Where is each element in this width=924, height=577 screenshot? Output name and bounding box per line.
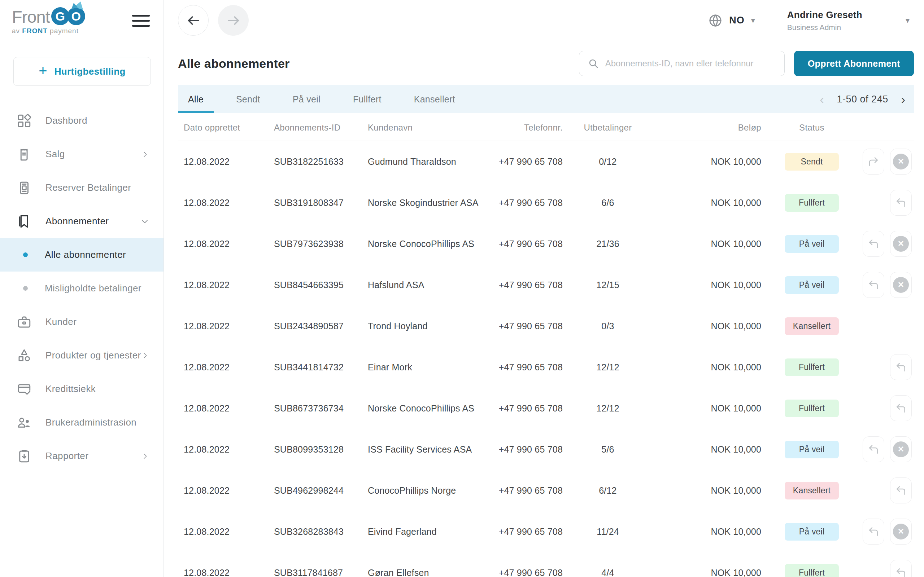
cancel-button[interactable]: ✕ bbox=[890, 436, 912, 462]
table-body: 12.08.2022 SUB3182251633 Gudmund Tharald… bbox=[178, 141, 914, 577]
create-subscription-button[interactable]: Opprett Abonnement bbox=[794, 51, 914, 76]
col-status: Status bbox=[761, 122, 862, 133]
tab-sendt[interactable]: Sendt bbox=[226, 85, 270, 113]
table-row[interactable]: 12.08.2022 SUB2434890587 Trond Hoyland +… bbox=[178, 305, 914, 347]
undo-button[interactable] bbox=[863, 519, 884, 545]
cell-actions: ✕ bbox=[862, 519, 914, 545]
tab-alle[interactable]: Alle bbox=[178, 85, 214, 113]
table-header: Dato opprettet Abonnements-ID Kundenavn … bbox=[178, 113, 914, 141]
undo-icon bbox=[895, 197, 907, 208]
cell-phone: +47 990 65 708 bbox=[498, 321, 563, 331]
search-input[interactable] bbox=[605, 58, 775, 69]
undo-button[interactable] bbox=[863, 436, 884, 462]
table-row[interactable]: 12.08.2022 SUB7973623938 Norske ConocoPh… bbox=[178, 223, 914, 264]
table-row[interactable]: 12.08.2022 SUB3268283843 Eivind Fagerlan… bbox=[178, 511, 914, 552]
cell-amount: NOK 10,000 bbox=[653, 198, 761, 208]
cell-subscription-id: SUB8099353128 bbox=[274, 444, 368, 455]
cell-payouts: 0/12 bbox=[563, 156, 653, 167]
sidebar-item-alle-abonnementer[interactable]: Alle abonnementer bbox=[0, 238, 163, 272]
pagination-prev-icon[interactable]: ‹ bbox=[820, 93, 824, 105]
cell-actions bbox=[862, 190, 914, 216]
tab-fullfert[interactable]: Fullfert bbox=[343, 85, 392, 113]
cell-amount: NOK 10,000 bbox=[653, 280, 761, 290]
resend-icon bbox=[868, 156, 879, 167]
sidebar-item-kunder[interactable]: Kunder bbox=[0, 305, 163, 338]
sidebar-item-dashbord[interactable]: Dashbord bbox=[0, 104, 163, 137]
cell-customer-name: ConocoPhillips Norge bbox=[368, 485, 498, 496]
tab-kansellert[interactable]: Kansellert bbox=[404, 85, 465, 113]
cell-customer-name: Eivind Fagerland bbox=[368, 527, 498, 537]
cell-phone: +47 990 65 708 bbox=[498, 280, 563, 290]
cancel-button[interactable]: ✕ bbox=[890, 231, 912, 257]
cell-status: På veil bbox=[761, 276, 862, 294]
undo-button[interactable] bbox=[890, 190, 912, 216]
pagination-next-icon[interactable]: › bbox=[901, 93, 905, 105]
sidebar-item-rapporter[interactable]: Rapporter bbox=[0, 439, 163, 473]
cell-status: Fullfert bbox=[761, 358, 862, 376]
menu-button[interactable] bbox=[132, 15, 150, 27]
cell-date: 12.08.2022 bbox=[184, 527, 274, 537]
cancel-x-icon: ✕ bbox=[893, 442, 909, 457]
cell-date: 12.08.2022 bbox=[184, 239, 274, 249]
sidebar-item-brukeradministrasion[interactable]: Brukeradministrasion bbox=[0, 406, 163, 439]
back-button[interactable] bbox=[178, 5, 208, 36]
undo-button[interactable] bbox=[890, 395, 912, 421]
status-badge: Fullfert bbox=[785, 564, 839, 577]
table-row[interactable]: 12.08.2022 SUB3182251633 Gudmund Tharald… bbox=[178, 141, 914, 182]
status-badge: På veil bbox=[785, 441, 839, 458]
plus-icon: + bbox=[39, 63, 47, 78]
cell-phone: +47 990 65 708 bbox=[498, 444, 563, 455]
table-row[interactable]: 12.08.2022 SUB3441814732 Einar Mork +47 … bbox=[178, 347, 914, 388]
sidebar-item-misligholdte-betalinger[interactable]: Misligholdte betalinger bbox=[0, 272, 163, 305]
cancel-button[interactable]: ✕ bbox=[890, 519, 912, 545]
user-name: Andrine Greseth bbox=[787, 10, 862, 21]
bookmark-icon bbox=[16, 214, 32, 229]
undo-icon bbox=[868, 526, 879, 537]
table-row[interactable]: 12.08.2022 SUB3117841687 Gøran Ellefsen … bbox=[178, 552, 914, 577]
cell-customer-name: Gudmund Tharaldson bbox=[368, 156, 498, 167]
cancel-x-icon: ✕ bbox=[893, 277, 909, 293]
cell-amount: NOK 10,000 bbox=[653, 567, 761, 577]
forward-button[interactable] bbox=[218, 5, 249, 36]
cell-subscription-id: SUB3191808347 bbox=[274, 198, 368, 208]
table-row[interactable]: 12.08.2022 SUB8454663395 Hafslund ASA +4… bbox=[178, 264, 914, 305]
divider bbox=[771, 7, 771, 34]
cell-status: Sendt bbox=[761, 153, 862, 171]
cell-payouts: 0/3 bbox=[563, 321, 653, 331]
table-row[interactable]: 12.08.2022 SUB4962998244 ConocoPhillips … bbox=[178, 470, 914, 511]
sidebar-item-produkter-og-tjenester[interactable]: Produkter og tjenester bbox=[0, 338, 163, 372]
table-row[interactable]: 12.08.2022 SUB8099353128 ISS Facility Se… bbox=[178, 429, 914, 470]
undo-button[interactable] bbox=[890, 477, 912, 503]
cell-customer-name: Trond Hoyland bbox=[368, 321, 498, 331]
cell-phone: +47 990 65 708 bbox=[498, 239, 563, 249]
undo-button[interactable] bbox=[890, 560, 912, 577]
table-row[interactable]: 12.08.2022 SUB3191808347 Norske Skogindu… bbox=[178, 182, 914, 223]
table-row[interactable]: 12.08.2022 SUB8673736734 Norske ConocoPh… bbox=[178, 388, 914, 429]
cell-phone: +47 990 65 708 bbox=[498, 403, 563, 414]
undo-button[interactable] bbox=[863, 231, 884, 257]
content: Alle abonnementer Opprett Abonnement All… bbox=[164, 41, 924, 577]
pagination-label: 1-50 of 245 bbox=[837, 94, 888, 105]
cell-subscription-id: SUB3117841687 bbox=[274, 567, 368, 577]
undo-button[interactable] bbox=[890, 354, 912, 380]
sidebar-item-salg[interactable]: Salg bbox=[0, 137, 163, 171]
cell-amount: NOK 10,000 bbox=[653, 485, 761, 496]
cancel-button[interactable]: ✕ bbox=[890, 148, 912, 174]
undo-button[interactable] bbox=[863, 272, 884, 298]
resend-button[interactable] bbox=[863, 148, 884, 174]
cell-amount: NOK 10,000 bbox=[653, 156, 761, 167]
cell-payouts: 6/12 bbox=[563, 485, 653, 496]
tab-pa-veil[interactable]: På veil bbox=[283, 85, 331, 113]
quick-order-button[interactable]: + Hurtigbestilling bbox=[13, 57, 151, 86]
sidebar-item-reserver-betalinger[interactable]: Reserver Betalinger bbox=[0, 171, 163, 205]
status-badge: Fullfert bbox=[785, 400, 839, 417]
cancel-button[interactable]: ✕ bbox=[890, 272, 912, 298]
cell-phone: +47 990 65 708 bbox=[498, 362, 563, 372]
cell-actions bbox=[862, 477, 914, 503]
language-selector[interactable]: NO ▾ bbox=[708, 13, 755, 28]
sidebar-item-abonnementer[interactable]: Abonnementer bbox=[0, 205, 163, 238]
cell-actions: ✕ bbox=[862, 436, 914, 462]
user-menu[interactable]: Andrine Greseth Business Admin ▾ bbox=[787, 10, 909, 32]
sidebar-item-kredittsiekk[interactable]: Kredittsiekk bbox=[0, 372, 163, 406]
cell-status: Fullfert bbox=[761, 194, 862, 212]
